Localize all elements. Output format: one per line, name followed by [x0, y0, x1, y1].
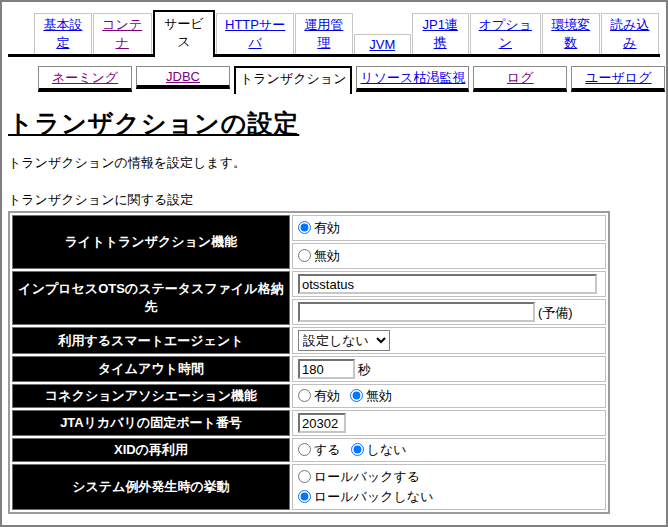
tab-jvm-label: JVM	[369, 37, 395, 52]
page-description: トランザクションの情報を設定します。	[8, 154, 666, 172]
xid-reuse-no-label: しない	[367, 442, 407, 457]
tab-env-vars[interactable]: 環境変数	[542, 13, 600, 54]
system-exception-rollback-radio[interactable]	[298, 470, 311, 483]
system-exception-no-rollback-label: ロールバックしない	[314, 489, 433, 504]
tab-naming[interactable]: ネーミング	[38, 66, 132, 92]
tab-naming-label: ネーミング	[52, 70, 118, 85]
smart-agent-cell: 設定しない	[292, 327, 606, 354]
jta-recovery-port-cell	[292, 410, 606, 436]
tab-env-vars-label: 環境変数	[551, 17, 590, 50]
connection-association-disable-radio[interactable]	[350, 389, 363, 402]
row-label-connection-association: コネクションアソシエーション機能	[12, 384, 290, 408]
xid-reuse-yes-radio[interactable]	[298, 443, 311, 456]
tab-container-label: コンテナ	[102, 17, 142, 50]
connection-association-cell: 有効無効	[292, 384, 606, 408]
timeout-unit-label: 秒	[358, 362, 371, 377]
xid-reuse-yes-label: する	[314, 442, 341, 457]
tab-operation-management-label: 運用管理	[304, 17, 343, 50]
ots-status-file-spare-cell: (予備)	[292, 299, 606, 325]
timeout-input[interactable]	[298, 359, 355, 379]
tab-log[interactable]: ログ	[473, 66, 567, 92]
system-exception-cell: ロールバックする ロールバックしない	[292, 464, 606, 510]
tab-container[interactable]: コンテナ	[93, 13, 152, 54]
light-transaction-disable-label: 無効	[314, 248, 340, 263]
transaction-settings-table: ライトトランザクション機能 有効 無効 インプロセスOTSのステータスファイル格…	[8, 211, 610, 514]
tab-resource-depletion-monitor[interactable]: リソース枯渇監視	[356, 66, 469, 92]
tab-http-server[interactable]: HTTPサーバ	[216, 13, 294, 54]
light-transaction-enable-radio[interactable]	[298, 221, 311, 234]
row-label-smart-agent: 利用するスマートエージェント	[12, 327, 290, 354]
tab-jp1-link-label: JP1連携	[423, 17, 458, 50]
tab-jdbc-label: JDBC	[166, 69, 200, 84]
ots-status-file-spare-input[interactable]	[298, 302, 535, 322]
primary-tab-bar: 基本設定 コンテナ サービス HTTPサーバ 運用管理 JVM JP1連携 オプ…	[8, 10, 660, 57]
tab-operation-management[interactable]: 運用管理	[295, 13, 353, 54]
light-transaction-disable-cell: 無効	[292, 243, 606, 269]
light-transaction-disable-radio[interactable]	[298, 249, 311, 262]
connection-association-enable-radio[interactable]	[298, 389, 311, 402]
jta-recovery-port-input[interactable]	[298, 413, 346, 433]
row-label-timeout: タイムアウト時間	[12, 356, 290, 382]
tab-option-label: オプション	[479, 17, 532, 50]
page-title: トランザクションの設定	[8, 107, 666, 140]
tab-load-label: 読み込み	[610, 17, 649, 50]
tab-load[interactable]: 読み込み	[601, 13, 659, 54]
tab-jdbc[interactable]: JDBC	[136, 66, 230, 89]
ots-status-file-input[interactable]	[298, 274, 597, 294]
ots-status-file-cell	[292, 271, 606, 297]
system-exception-rollback-label: ロールバックする	[314, 469, 420, 484]
page: 基本設定 コンテナ サービス HTTPサーバ 運用管理 JVM JP1連携 オプ…	[0, 0, 668, 527]
tab-basic-settings[interactable]: 基本設定	[34, 13, 92, 54]
tab-log-label: ログ	[507, 70, 534, 85]
smart-agent-select[interactable]: 設定しない	[298, 330, 390, 351]
tab-jvm[interactable]: JVM	[354, 34, 411, 54]
tab-transaction[interactable]: トランザクション	[234, 66, 352, 94]
row-label-jta-recovery-port: JTAリカバリの固定ポート番号	[12, 410, 290, 436]
tab-http-server-label: HTTPサーバ	[225, 17, 285, 50]
system-exception-no-rollback-radio[interactable]	[298, 490, 311, 503]
tab-service[interactable]: サービス	[153, 10, 216, 57]
tab-userlog[interactable]: ユーザログ	[571, 66, 665, 92]
xid-reuse-no-radio[interactable]	[351, 443, 364, 456]
row-label-system-exception: システム例外発生時の挙動	[12, 464, 290, 510]
tab-option[interactable]: オプション	[470, 13, 541, 54]
settings-table-caption: トランザクションに関する設定	[8, 191, 666, 209]
timeout-cell: 秒	[292, 356, 606, 382]
row-label-xid-reuse: XIDの再利用	[12, 438, 290, 462]
tab-jp1-link[interactable]: JP1連携	[412, 13, 469, 54]
spare-suffix-label: (予備)	[538, 305, 573, 320]
light-transaction-enable-label: 有効	[314, 220, 340, 235]
tab-transaction-label: トランザクション	[240, 71, 346, 86]
light-transaction-enable-cell: 有効	[292, 215, 606, 241]
row-label-light-transaction: ライトトランザクション機能	[12, 215, 290, 269]
connection-association-disable-label: 無効	[366, 388, 392, 403]
connection-association-enable-label: 有効	[314, 388, 340, 403]
tab-service-label: サービス	[164, 16, 204, 49]
tab-basic-settings-label: 基本設定	[43, 17, 82, 50]
secondary-tab-bar: ネーミング JDBC トランザクション リソース枯渇監視 ログ ユーザログ	[38, 66, 666, 94]
tab-resource-depletion-monitor-label: リソース枯渇監視	[360, 70, 465, 85]
xid-reuse-cell: するしない	[292, 438, 606, 462]
row-label-ots-status-file: インプロセスOTSのステータスファイル格納先	[12, 271, 290, 325]
tab-userlog-label: ユーザログ	[585, 70, 651, 85]
